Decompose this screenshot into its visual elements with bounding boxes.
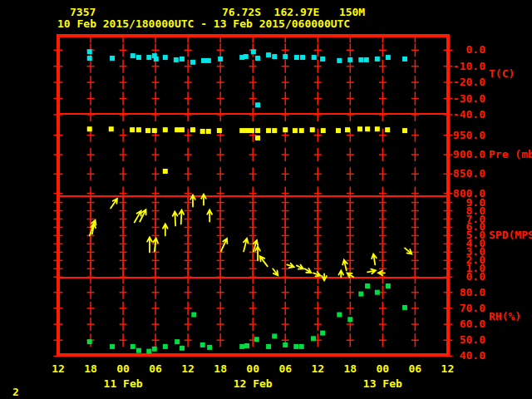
rh-y-tick-label: 70.0 (419, 303, 485, 313)
pressure-y-tick-label: 900.0 (419, 149, 485, 160)
temp-y-tick-label: -10.0 (419, 61, 485, 71)
x-tick-label: 00 (366, 363, 399, 374)
pressure-axis-title: Pre (mb) (489, 149, 532, 160)
x-tick-label: 00 (106, 363, 140, 374)
rh-y-tick-label: 40.0 (419, 350, 485, 361)
pressure-y-tick-label: 850.0 (419, 168, 485, 179)
date-label: 13 Feb (357, 378, 407, 389)
x-tick-label: 06 (268, 363, 302, 374)
date-label: 12 Feb (228, 378, 278, 389)
x-tick-label: 18 (333, 363, 367, 374)
rh-y-tick-label: 60.0 (419, 318, 485, 329)
temp-y-tick-label: -40.0 (419, 109, 485, 120)
pressure-y-tick-label: 950.0 (419, 130, 485, 140)
temp-y-tick-label: 0.0 (419, 44, 485, 55)
wind_speed-axis-title: SPD(MPS) (489, 229, 532, 240)
label-layer: 7357 76.72S 162.97E 150M 10 Feb 2015/180… (0, 0, 532, 399)
temp-axis-title: T(C) (489, 68, 515, 79)
x-tick-label: 06 (398, 363, 431, 374)
wind_speed-y-tick-label: 0.0 (419, 271, 485, 282)
page-number: 2 (12, 387, 19, 397)
x-tick-label: 06 (139, 363, 172, 374)
time-period: 10 Feb 2015/180000UTC - 13 Feb 2015/0600… (57, 18, 350, 29)
date-label: 11 Feb (98, 378, 148, 389)
x-tick-label: 12 (42, 363, 75, 374)
x-tick-label: 00 (236, 363, 269, 374)
x-tick-label: 18 (74, 363, 107, 374)
meteogram-screen: 7357 76.72S 162.97E 150M 10 Feb 2015/180… (0, 0, 532, 399)
station-id: 7357 (70, 7, 96, 17)
rh-y-tick-label: 50.0 (419, 334, 485, 345)
temp-y-tick-label: -30.0 (419, 93, 485, 104)
x-tick-label: 12 (171, 363, 204, 374)
x-tick-label: 12 (301, 363, 334, 374)
station-coordinates: 76.72S 162.97E 150M (222, 7, 365, 17)
x-tick-label: 18 (204, 363, 237, 374)
rh-y-tick-label: 80.0 (419, 287, 485, 298)
rh-axis-title: RH(%) (489, 311, 521, 322)
x-tick-label: 12 (431, 363, 464, 374)
temp-y-tick-label: -20.0 (419, 76, 485, 87)
